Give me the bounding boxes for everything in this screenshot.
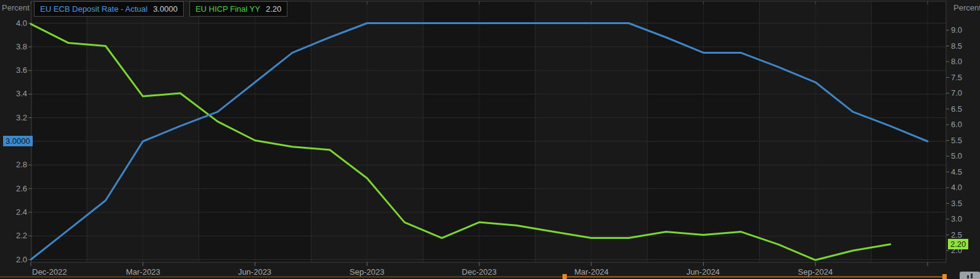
x-axis-label: Jun-2024 — [686, 267, 720, 277]
x-axis-label: Sep-2023 — [350, 267, 384, 277]
legend: EU ECB Deposit Rate - Actual 3.0000 EU H… — [34, 1, 287, 17]
right-axis-label: 5.5 — [951, 136, 962, 145]
right-axis-label: 3.0 — [951, 215, 962, 223]
left-axis-label: 3.2 — [2, 114, 27, 122]
x-axis-label: Dec-2023 — [462, 267, 496, 277]
right-axis-label: 8.0 — [951, 57, 962, 66]
left-axis-label: 3.4 — [2, 90, 27, 98]
right-axis-label: 6.5 — [951, 105, 962, 114]
right-axis-label: 7.5 — [951, 73, 962, 82]
left-axis-label: 2.6 — [2, 185, 27, 193]
right-axis-label: 4.5 — [951, 168, 962, 177]
chart-bars-icon — [967, 275, 969, 278]
left-axis-label: 2.0 — [2, 256, 27, 264]
legend-value-hicp: 2.20 — [266, 4, 281, 14]
x-axis-label: Dec-2022 — [32, 267, 67, 277]
ecb-current-value-badge: 3.0000 — [3, 136, 33, 146]
navigator-handle-right[interactable] — [942, 274, 947, 279]
plot-canvas[interactable] — [0, 0, 980, 279]
legend-item-hicp[interactable]: EU HICP Final YY 2.20 — [189, 1, 287, 17]
left-axis-label: 4.0 — [2, 19, 27, 28]
legend-label-hicp: EU HICP Final YY — [196, 4, 260, 14]
left-axis-label: 2.2 — [2, 231, 27, 240]
plot-band — [871, 1, 946, 262]
chart-bars-icon — [971, 273, 973, 278]
left-axis-label: 2.8 — [2, 160, 27, 169]
legend-item-ecb[interactable]: EU ECB Deposit Rate - Actual 3.0000 — [34, 1, 184, 17]
left-axis-label: 3.6 — [2, 66, 27, 75]
chart-window: Percent Percent EU ECB Deposit Rate - Ac… — [0, 0, 980, 279]
plot-band — [31, 1, 87, 262]
right-axis-label: 2.5 — [951, 231, 962, 239]
right-axis-unit: Percent — [953, 3, 980, 12]
x-axis-label: Mar-2023 — [126, 267, 160, 277]
chart-toolbar-button[interactable] — [960, 272, 980, 279]
x-axis-label: Mar-2024 — [574, 267, 609, 277]
legend-value-ecb: 3.0000 — [153, 4, 178, 14]
right-axis-label: 9.0 — [951, 26, 962, 35]
right-axis-label: 6.0 — [951, 120, 962, 129]
right-axis-label: 8.5 — [951, 42, 962, 51]
x-axis-label: Sep-2024 — [798, 267, 833, 277]
navigator-handle-left[interactable] — [562, 274, 567, 279]
right-axis-label: 3.5 — [951, 199, 962, 208]
left-axis-unit: Percent — [2, 3, 30, 12]
right-axis-label: 5.0 — [951, 152, 962, 160]
left-axis-label: 2.4 — [2, 208, 27, 217]
left-axis-label: 3.8 — [2, 43, 27, 51]
right-axis-label: 4.0 — [951, 183, 962, 192]
legend-label-ecb: EU ECB Deposit Rate - Actual — [40, 4, 147, 14]
right-axis-label: 7.0 — [951, 89, 962, 98]
x-axis-label: Jun-2023 — [238, 267, 271, 277]
hicp-current-value-badge: 2.20 — [948, 239, 968, 249]
